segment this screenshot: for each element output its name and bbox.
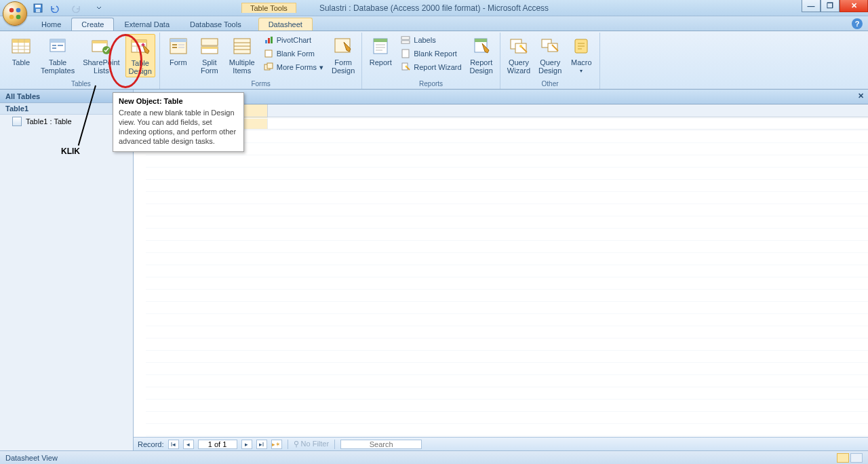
status-view-label: Datasheet View — [5, 454, 58, 462]
blank-form-label: Blank Form — [277, 50, 315, 58]
last-record-button[interactable]: ▸I — [256, 440, 267, 449]
nav-header-label: All Tables — [5, 92, 40, 100]
report-design-button[interactable]: Report Design — [467, 34, 496, 76]
blank-report-button[interactable]: Blank Report — [397, 47, 464, 60]
maximize-button[interactable]: ❐ — [821, 0, 840, 12]
tab-create[interactable]: Create — [71, 18, 114, 31]
split-form-label: Split Form — [201, 58, 218, 75]
svg-rect-57 — [475, 39, 487, 42]
minimize-button[interactable]: — — [802, 0, 821, 12]
svg-rect-30 — [172, 47, 177, 48]
svg-rect-27 — [170, 39, 186, 42]
more-forms-button[interactable]: More Forms ▾ — [260, 61, 326, 73]
qat-dropdown-icon[interactable] — [92, 2, 106, 14]
search-input[interactable] — [340, 440, 422, 449]
tab-home[interactable]: Home — [31, 18, 71, 31]
svg-rect-34 — [201, 47, 218, 49]
more-forms-icon — [263, 62, 274, 73]
labels-label: Labels — [414, 36, 435, 44]
undo-icon[interactable] — [47, 2, 61, 14]
contextual-tab-label: Table Tools — [241, 3, 296, 13]
svg-rect-19 — [92, 41, 107, 43]
macro-button[interactable]: Macro ▾ — [567, 34, 595, 75]
form-design-label: Form Design — [332, 58, 355, 75]
next-record-button[interactable]: ▸ — [241, 440, 252, 449]
group-other-label: Other — [505, 79, 595, 89]
group-tables-label: Tables — [7, 79, 155, 89]
query-design-icon — [539, 35, 561, 57]
chevron-down-icon: ▾ — [580, 68, 583, 74]
pivotchart-button[interactable]: PivotChart — [260, 34, 326, 46]
help-icon[interactable]: ? — [852, 18, 863, 29]
filter-indicator[interactable]: ⚲ No Filter — [294, 440, 330, 448]
record-label: Record: — [138, 440, 164, 448]
report-wizard-icon — [400, 62, 411, 73]
split-form-icon — [199, 35, 220, 57]
svg-rect-51 — [401, 37, 410, 39]
svg-rect-28 — [172, 44, 177, 45]
record-navigator: Record: I◂ ◂ ▸ ▸I ▸✶ ⚲ No Filter — [134, 437, 868, 450]
multiple-items-label: Multiple Items — [229, 58, 255, 75]
form-icon — [167, 35, 189, 57]
status-bar: Datasheet View — [0, 450, 868, 464]
group-reports: Report Labels Blank Report Report Wizard… — [362, 33, 500, 89]
tab-database-tools[interactable]: Database Tools — [180, 18, 252, 31]
form-design-icon — [332, 35, 354, 57]
svg-rect-8 — [12, 39, 30, 43]
form-design-button[interactable]: Form Design — [329, 34, 357, 76]
sharepoint-label: SharePoint Lists — [83, 58, 119, 75]
pivotchart-label: PivotChart — [277, 36, 311, 44]
macro-label: Macro — [571, 58, 592, 66]
svg-rect-17 — [52, 47, 56, 49]
annotation-text: KLIK — [61, 147, 80, 156]
redo-icon[interactable] — [70, 2, 83, 14]
design-view-button[interactable] — [850, 453, 863, 463]
query-wizard-button[interactable]: Query Wizard — [505, 34, 533, 76]
save-icon[interactable] — [31, 2, 45, 14]
blank-report-icon — [400, 48, 411, 59]
table-design-label: Table Design — [129, 59, 152, 75]
office-button[interactable] — [3, 1, 27, 26]
sharepoint-lists-button[interactable]: SharePoint Lists — [80, 34, 122, 76]
multiple-items-button[interactable]: Multiple Items — [226, 34, 258, 76]
tab-external-data[interactable]: External Data — [114, 18, 180, 31]
record-position-input[interactable] — [198, 440, 237, 449]
tab-datasheet[interactable]: Datasheet — [258, 18, 313, 31]
group-forms-label: Forms — [164, 79, 357, 89]
table-design-button[interactable]: Table Design — [125, 34, 155, 77]
svg-point-1 — [16, 8, 21, 13]
first-record-button[interactable]: I◂ — [168, 440, 179, 449]
quick-access-toolbar — [31, 2, 106, 14]
table-templates-icon — [47, 35, 68, 57]
report-wizard-button[interactable]: Report Wizard — [397, 61, 464, 73]
split-form-button[interactable]: Split Form — [195, 34, 224, 76]
new-record-button[interactable]: ▸✶ — [271, 440, 282, 449]
table-templates-button[interactable]: Table Templates — [38, 34, 77, 76]
tooltip: New Object: Table Create a new blank tab… — [113, 92, 244, 152]
tooltip-body: Create a new blank table in Design view.… — [119, 108, 238, 146]
query-wizard-label: Query Wizard — [507, 58, 530, 75]
datasheet-view-button[interactable] — [837, 453, 849, 463]
table-button[interactable]: Table — [7, 34, 35, 68]
blank-report-label: Blank Report — [414, 50, 457, 58]
svg-rect-47 — [374, 39, 387, 42]
view-buttons — [837, 453, 863, 463]
query-design-button[interactable]: Query Design — [536, 34, 564, 76]
report-icon — [370, 35, 391, 57]
datasheet[interactable]: Add New Field ✶ — [134, 104, 868, 437]
svg-rect-16 — [58, 45, 63, 46]
form-button[interactable]: Form — [164, 34, 193, 68]
group-tables: Table Table Templates SharePoint Lists T… — [3, 33, 160, 89]
close-tab-button[interactable]: ✕ — [858, 92, 864, 100]
close-button[interactable]: ✕ — [840, 0, 868, 12]
blank-form-button[interactable]: Blank Form — [260, 47, 326, 60]
report-button[interactable]: Report — [366, 34, 395, 68]
table-label: Table — [12, 58, 30, 66]
labels-button[interactable]: Labels — [397, 34, 464, 46]
tooltip-title: New Object: Table — [119, 97, 238, 105]
window-title: Sulastri : Database (Access 2000 file fo… — [319, 3, 549, 13]
table-icon — [10, 35, 32, 57]
prev-record-button[interactable]: ◂ — [183, 440, 194, 449]
group-other: Query Wizard Query Design Macro ▾ Other — [500, 33, 600, 89]
query-wizard-icon — [508, 35, 530, 57]
